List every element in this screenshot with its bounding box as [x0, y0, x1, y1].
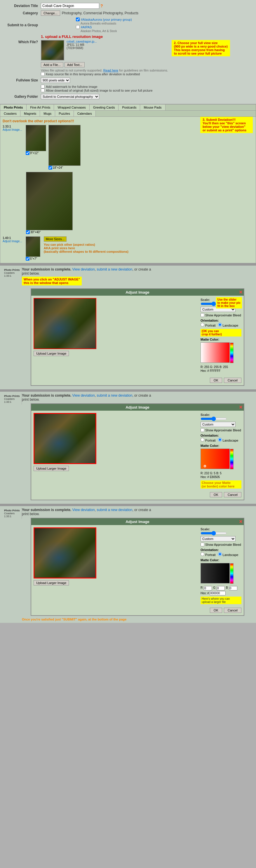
tab-magnets[interactable]: Magnets	[21, 111, 40, 117]
r-input[interactable]	[204, 586, 212, 590]
upload-larger-button2[interactable]: Upload Larger Image	[34, 466, 69, 471]
g-input[interactable]	[217, 586, 225, 590]
landscape-radio3[interactable]	[218, 552, 222, 556]
custom-select2[interactable]: Custom	[200, 422, 235, 427]
color-picker2[interactable]	[200, 448, 230, 469]
portrait-radio1[interactable]	[200, 323, 204, 327]
keep-source-checkbox[interactable]	[41, 72, 45, 76]
ok-button1[interactable]: OK	[210, 378, 222, 383]
tab-mouse-pads[interactable]: Mouse Pads	[140, 104, 165, 110]
tab-puzzles[interactable]: Puzzles	[55, 111, 74, 117]
orientation-row3: Portrait Landscape	[200, 552, 242, 557]
tab-postcards[interactable]: Postcards	[119, 104, 140, 110]
allow-download-label: Allow download of original (full-sized) …	[46, 89, 153, 92]
landscape-radio1[interactable]	[218, 323, 222, 327]
hex-input3[interactable]	[210, 591, 226, 595]
adjust-link1[interactable]: Adjust Image...	[3, 128, 22, 131]
tab-calendars[interactable]: Calendars	[74, 111, 96, 117]
show-bleed-row3: Show Approximate Bleed	[200, 542, 242, 546]
tab-coasters[interactable]: Coasters	[0, 111, 21, 117]
more-sizes-button[interactable]: More Sizes...	[44, 237, 67, 242]
show-bleed-checkbox2[interactable]	[200, 428, 204, 432]
scale-label2: Scale:	[200, 413, 242, 416]
color-bar3[interactable]	[230, 563, 233, 584]
slider-container2	[200, 417, 242, 421]
group1-checkbox[interactable]	[76, 18, 80, 21]
upload-larger-button1[interactable]: Upload Larger Image	[34, 351, 69, 356]
view-deviation-link[interactable]: View deviation	[72, 267, 95, 272]
deviation-title-input[interactable]	[41, 3, 99, 9]
size-9x12-checkbox[interactable]	[26, 151, 30, 155]
group2-checkbox[interactable]	[76, 25, 80, 29]
ok-button2[interactable]: OK	[210, 492, 222, 497]
scale-slider2[interactable]	[200, 417, 227, 421]
matte-label3: Matte Color:	[200, 558, 242, 562]
matte-label2: Matte Color:	[200, 444, 242, 447]
file-section: cobalt_cavedragon.jp... JPEG, 11 MB (701…	[41, 40, 168, 76]
product-grid: Don't overlook the other product options…	[0, 117, 256, 263]
fullview-size-row: Fullview Size 900 pixels wide	[6, 78, 250, 83]
portrait-radio2[interactable]	[200, 438, 204, 442]
size-5x7-checkbox[interactable]	[26, 257, 30, 260]
tabs-row1: Photo Prints Fine Art Prints Wrapped Can…	[0, 104, 256, 111]
size-18x24-row: 18"×24"	[49, 166, 81, 169]
landscape-label2: Landscape	[218, 438, 238, 442]
tab-wrapped-canvases[interactable]: Wrapped Canvases	[54, 104, 89, 110]
show-bleed-checkbox3[interactable]	[200, 542, 204, 546]
landscape-radio2[interactable]	[218, 438, 222, 442]
cancel-button2[interactable]: Cancel	[224, 492, 242, 497]
tab-mugs[interactable]: Mugs	[40, 111, 55, 117]
portrait-radio3[interactable]	[200, 552, 204, 556]
tab-greeting-cards[interactable]: Greeting Cards	[90, 104, 119, 110]
tab-photo-prints[interactable]: Photo Prints	[0, 104, 27, 110]
custom-select3[interactable]: Custom	[200, 536, 235, 541]
size-30x40-checkbox[interactable]	[26, 230, 30, 234]
dialog1-image	[34, 299, 96, 348]
matte-color-container1	[200, 342, 234, 364]
scale-slider3[interactable]	[200, 531, 227, 535]
help-icon[interactable]: ?	[100, 3, 103, 8]
product-tabs: Photo Prints Fine Art Prints Wrapped Can…	[0, 104, 256, 263]
gallery-folder-select[interactable]: Submit to Commercial photography	[41, 94, 99, 99]
color-picker3[interactable]	[200, 563, 230, 583]
view-dev-link3[interactable]: View deviation	[72, 508, 95, 512]
upload-larger-button3[interactable]: Upload Larger Image	[34, 580, 69, 586]
gallery-folder-row: Gallery Folder Submit to Commercial phot…	[6, 94, 250, 99]
keep-source-label: Keep source file in this temporary area …	[46, 72, 140, 76]
submit-new-link2[interactable]: submit a new deviation	[97, 394, 132, 398]
add-watermark-checkbox[interactable]	[41, 85, 45, 88]
color-picker1[interactable]	[200, 342, 230, 363]
read-here-link[interactable]: Read here	[103, 69, 118, 72]
file-info: cobalt_cavedragon.jp... JPEG, 11 MB (701…	[67, 40, 97, 50]
submit-new-link3[interactable]: submit a new deviation	[97, 508, 132, 512]
r-label: R	[200, 586, 202, 590]
sidebar2-ratio: 1:33:1	[4, 400, 21, 403]
dialog3-close[interactable]: ✕	[239, 519, 243, 525]
adjust-link2[interactable]: Adjust Image...	[3, 240, 22, 243]
product-row2: 1.40:1 Adjust Image... 5"×7" More Sizes.…	[3, 237, 253, 260]
b-input[interactable]	[229, 586, 237, 590]
view-dev-link2[interactable]: View deviation	[72, 394, 95, 398]
top-form-section: Deviation Title ? Category Change... Pho…	[0, 0, 256, 104]
size-18x24-checkbox[interactable]	[49, 166, 52, 169]
gallery-folder-label: Gallery Folder	[6, 95, 41, 99]
change-category-button[interactable]: Change...	[41, 10, 60, 16]
tab-fine-art-prints[interactable]: Fine Art Prints	[27, 104, 54, 110]
category-value: Photography, Commercial Photography, Pro…	[62, 11, 138, 15]
fullview-select[interactable]: 900 pixels wide	[41, 78, 70, 83]
color-bar1[interactable]	[230, 343, 233, 363]
allow-download-checkbox[interactable]	[41, 88, 45, 92]
add-file-button[interactable]: Add a File...	[41, 62, 63, 67]
dialog1-close[interactable]: ✕	[239, 289, 243, 295]
dialog2-close[interactable]: ✕	[239, 405, 243, 410]
show-bleed-checkbox1[interactable]	[200, 313, 204, 317]
section2-header: Photo Prints Coasters 1:33:1 Your submis…	[0, 266, 256, 389]
deviation-title-row: Deviation Title ?	[6, 3, 250, 9]
ok-button3[interactable]: OK	[210, 608, 222, 613]
add-text-button[interactable]: Add Text...	[65, 62, 85, 67]
landscape-label1: Landscape	[218, 323, 238, 327]
cancel-button1[interactable]: Cancel	[224, 378, 242, 383]
submit-new-link[interactable]: submit a new deviation	[97, 267, 132, 272]
cancel-button3[interactable]: Cancel	[224, 608, 242, 613]
color-bar2[interactable]	[230, 449, 233, 469]
